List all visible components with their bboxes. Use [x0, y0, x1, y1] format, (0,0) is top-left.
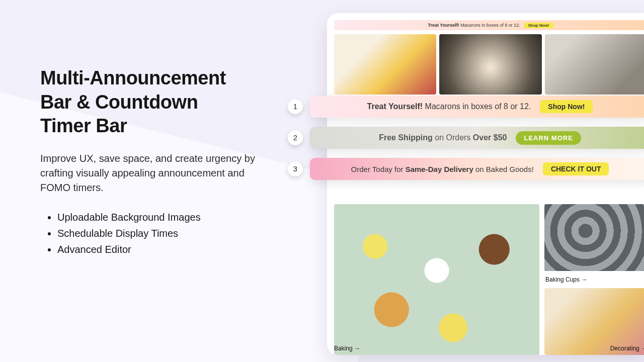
- shop-now-button[interactable]: Shop Now!: [540, 100, 593, 113]
- mini-announcement-bar: Treat Yourself! Macarons in boxes of 8 o…: [334, 20, 644, 30]
- product-caption[interactable]: Decorating →: [610, 345, 644, 352]
- page-title: Multi-Announcement Bar & Countdown Timer…: [40, 66, 277, 138]
- bar-row: 1 Treat Yourself! Macarons in boxes of 8…: [288, 96, 644, 118]
- product-column: Baking Cups →: [544, 204, 644, 355]
- bar-row: 2 Free Shipping on Orders Over $50 LEARN…: [288, 127, 644, 149]
- bar-row: 3 Order Today for Same-Day Delivery on B…: [288, 158, 644, 180]
- title-line-3: Timer Bar: [40, 115, 127, 136]
- bar-text-bold: Same-Day Delivery: [406, 165, 473, 173]
- bar-text-bold: Free Shipping: [379, 133, 433, 142]
- bar-text-bold: Over $50: [473, 133, 507, 142]
- product-image-small: [544, 204, 644, 271]
- title-line-2: Bar & Countdown: [40, 92, 198, 113]
- title-line-1: Multi-Announcement: [40, 67, 226, 88]
- product-caption[interactable]: Baking →: [334, 345, 360, 352]
- announcement-bar-3: Order Today for Same-Day Delivery on Bak…: [310, 158, 644, 180]
- bar-number-badge: 2: [288, 130, 303, 145]
- mini-bar-cta[interactable]: Shop Now!: [524, 23, 553, 28]
- mini-bar-rest: Macarons in boxes of 8 or 12.: [460, 23, 520, 28]
- hero-tile: [334, 34, 436, 95]
- hero-image-row: [334, 34, 644, 95]
- hero-tile: [545, 34, 644, 95]
- feature-item: Schedulable Display Times: [57, 225, 277, 241]
- bar-number-badge: 1: [288, 99, 303, 114]
- bar-text: Free Shipping on Orders Over $50: [379, 133, 507, 142]
- announcement-bar-1: Treat Yourself! Macarons in boxes of 8 o…: [310, 96, 644, 118]
- bar-text-bold: Treat Yourself!: [367, 102, 423, 111]
- bar-text: Order Today for Same-Day Delivery on Bak…: [351, 165, 534, 173]
- product-grid: Baking Cups →: [334, 204, 644, 355]
- product-caption[interactable]: Baking Cups →: [544, 275, 644, 284]
- preview-card: Treat Yourself! Macarons in boxes of 8 o…: [327, 13, 644, 355]
- feature-item: Uploadable Background Images: [57, 209, 277, 225]
- hero-tile: [439, 34, 541, 95]
- marketing-copy: Multi-Announcement Bar & Countdown Timer…: [40, 66, 277, 257]
- product-image-large: [334, 204, 539, 355]
- bottom-captions: Baking → Decorating →: [334, 345, 644, 352]
- feature-list: Uploadable Background Images Schedulable…: [57, 209, 277, 257]
- bar-text-a: Order Today for: [351, 165, 404, 173]
- check-it-out-button[interactable]: CHECK IT OUT: [543, 162, 609, 175]
- bar-text: Treat Yourself! Macarons in boxes of 8 o…: [367, 102, 531, 111]
- learn-more-button[interactable]: LEARN MORE: [516, 131, 581, 145]
- subtitle: Improve UX, save space, and create urgen…: [40, 151, 277, 195]
- bar-text-rest: Macarons in boxes of 8 or 12.: [425, 102, 531, 111]
- mini-bar-text: Treat Yourself! Macarons in boxes of 8 o…: [428, 23, 520, 28]
- bar-number-badge: 3: [288, 161, 303, 176]
- feature-item: Advanced Editor: [57, 241, 277, 257]
- announcement-bar-2: Free Shipping on Orders Over $50 LEARN M…: [310, 127, 644, 149]
- bar-text-mid: on Orders: [435, 133, 470, 142]
- bar-text-c: on Baked Goods!: [475, 165, 534, 173]
- mini-bar-bold: Treat Yourself!: [428, 23, 459, 28]
- announcement-bars: 1 Treat Yourself! Macarons in boxes of 8…: [288, 96, 644, 180]
